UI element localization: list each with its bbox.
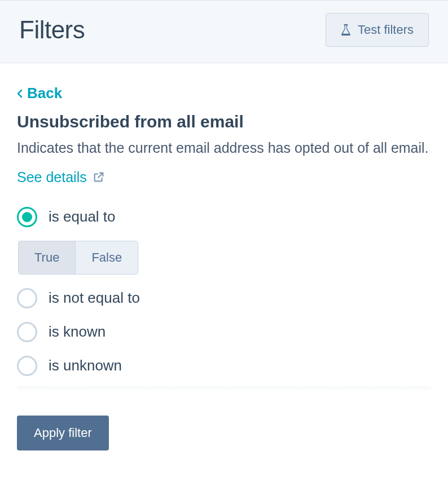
back-label: Back <box>27 85 62 102</box>
scroll-fade <box>17 386 431 392</box>
radio-option-not-equal-to[interactable]: is not equal to <box>17 288 431 308</box>
content-area: Back Unsubscribed from all email Indicat… <box>0 63 448 409</box>
test-filters-button[interactable]: Test filters <box>326 13 429 47</box>
operator-radio-group: is equal to True False is not equal to i… <box>17 207 431 376</box>
back-link[interactable]: Back <box>17 85 431 102</box>
header-bar: Filters Test filters <box>0 0 448 63</box>
page-title: Filters <box>19 16 85 44</box>
test-filters-label: Test filters <box>358 23 414 37</box>
filter-property-description: Indicates that the current email address… <box>17 137 431 159</box>
radio-input-not-equal-to[interactable] <box>17 288 37 308</box>
see-details-label: See details <box>17 169 87 185</box>
radio-option-equal-to[interactable]: is equal to <box>17 207 431 227</box>
see-details-link[interactable]: See details <box>17 169 105 185</box>
filter-property-title: Unsubscribed from all email <box>17 112 431 131</box>
radio-label-not-equal-to[interactable]: is not equal to <box>49 289 140 307</box>
radio-label-is-unknown[interactable]: is unknown <box>49 357 122 374</box>
radio-label-is-known[interactable]: is known <box>49 323 106 341</box>
flask-icon <box>341 24 351 36</box>
radio-input-is-known[interactable] <box>17 322 37 342</box>
radio-input-is-unknown[interactable] <box>17 356 37 376</box>
radio-option-is-unknown[interactable]: is unknown <box>17 356 431 376</box>
chevron-left-icon <box>17 89 23 98</box>
radio-input-equal-to[interactable] <box>17 207 37 227</box>
footer-bar: Apply filter <box>0 409 448 463</box>
radio-option-is-known[interactable]: is known <box>17 322 431 342</box>
apply-filter-button[interactable]: Apply filter <box>17 416 109 450</box>
external-link-icon <box>93 171 105 183</box>
toggle-true-button[interactable]: True <box>19 241 75 274</box>
boolean-toggle: True False <box>18 241 138 275</box>
boolean-toggle-wrap: True False <box>18 241 431 275</box>
radio-label-equal-to[interactable]: is equal to <box>49 208 116 226</box>
toggle-false-button[interactable]: False <box>75 241 138 274</box>
